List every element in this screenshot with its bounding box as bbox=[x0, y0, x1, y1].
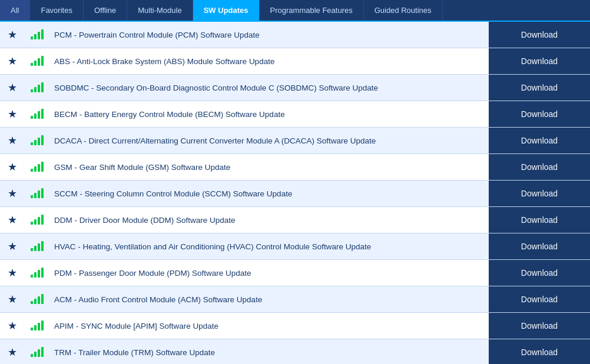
row-description: GSM - Gear Shift Module (GSM) Software U… bbox=[49, 154, 489, 181]
download-button[interactable]: Download bbox=[514, 160, 565, 174]
signal-cell bbox=[25, 128, 49, 154]
signal-bars-icon bbox=[31, 188, 44, 198]
signal-bars-icon bbox=[31, 267, 44, 278]
signal-bars-icon bbox=[31, 135, 44, 145]
download-cell: Download bbox=[489, 154, 590, 181]
download-button[interactable]: Download bbox=[514, 266, 565, 280]
row-description: SCCM - Steering Column Control Module (S… bbox=[49, 181, 489, 207]
star-icon[interactable]: ★ bbox=[8, 188, 17, 199]
row-description: ABS - Anti-Lock Brake System (ABS) Modul… bbox=[49, 48, 489, 75]
download-cell: Download bbox=[489, 339, 590, 365]
row-description: PCM - Powertrain Control Module (PCM) So… bbox=[49, 22, 489, 48]
star-icon[interactable]: ★ bbox=[8, 214, 17, 226]
signal-cell bbox=[25, 101, 49, 128]
row-description: TRM - Trailer Module (TRM) Software Upda… bbox=[49, 339, 489, 365]
signal-cell bbox=[25, 22, 49, 48]
signal-bars-icon bbox=[31, 293, 44, 304]
signal-bars-icon bbox=[31, 161, 44, 172]
download-cell: Download bbox=[489, 233, 590, 260]
signal-bars-icon bbox=[31, 241, 44, 251]
download-cell: Download bbox=[489, 181, 590, 207]
table-row: ★GSM - Gear Shift Module (GSM) Software … bbox=[0, 154, 590, 181]
download-button[interactable]: Download bbox=[514, 133, 565, 148]
row-description: HVAC - Heating, Ventilation and Air Cond… bbox=[49, 233, 489, 260]
table-row: ★ABS - Anti-Lock Brake System (ABS) Modu… bbox=[0, 48, 590, 75]
star-icon[interactable]: ★ bbox=[8, 82, 17, 93]
row-description: SOBDMC - Secondary On-Board Diagnostic C… bbox=[49, 75, 489, 101]
download-cell: Download bbox=[489, 260, 590, 286]
download-button[interactable]: Download bbox=[514, 213, 565, 227]
row-description: BECM - Battery Energy Control Module (BE… bbox=[49, 101, 489, 128]
download-button[interactable]: Download bbox=[514, 81, 565, 95]
signal-cell bbox=[25, 181, 49, 207]
star-cell: ★ bbox=[0, 75, 25, 101]
star-cell: ★ bbox=[0, 207, 25, 233]
star-icon[interactable]: ★ bbox=[8, 55, 17, 67]
star-cell: ★ bbox=[0, 128, 25, 154]
star-cell: ★ bbox=[0, 22, 25, 48]
signal-cell bbox=[25, 207, 49, 233]
star-icon[interactable]: ★ bbox=[8, 29, 17, 41]
star-icon[interactable]: ★ bbox=[8, 161, 17, 173]
row-description: APIM - SYNC Module [APIM] Software Updat… bbox=[49, 313, 489, 339]
tab-programmable-features[interactable]: Programmable Features bbox=[260, 0, 364, 21]
star-icon[interactable]: ★ bbox=[8, 293, 17, 305]
signal-bars-icon bbox=[31, 82, 44, 92]
tab-bar: AllFavoritesOfflineMulti-ModuleSW Update… bbox=[0, 0, 590, 22]
download-button[interactable]: Download bbox=[514, 186, 565, 201]
download-cell: Download bbox=[489, 286, 590, 313]
download-button[interactable]: Download bbox=[514, 292, 565, 306]
signal-cell bbox=[25, 154, 49, 181]
tab-favorites[interactable]: Favorites bbox=[30, 0, 83, 21]
row-description: PDM - Passenger Door Module (PDM) Softwa… bbox=[49, 260, 489, 286]
star-cell: ★ bbox=[0, 339, 25, 365]
tab-sw-updates[interactable]: SW Updates bbox=[193, 0, 260, 21]
star-icon[interactable]: ★ bbox=[8, 267, 17, 279]
table-row: ★BECM - Battery Energy Control Module (B… bbox=[0, 101, 590, 128]
table-row: ★ACM - Audio Front Control Module (ACM) … bbox=[0, 286, 590, 313]
row-description: ACM - Audio Front Control Module (ACM) S… bbox=[49, 286, 489, 313]
download-button[interactable]: Download bbox=[514, 345, 565, 359]
tab-all[interactable]: All bbox=[0, 0, 30, 21]
download-cell: Download bbox=[489, 48, 590, 75]
table-row: ★APIM - SYNC Module [APIM] Software Upda… bbox=[0, 313, 590, 339]
table-row: ★DDM - Driver Door Module (DDM) Software… bbox=[0, 207, 590, 233]
star-cell: ★ bbox=[0, 286, 25, 313]
signal-cell bbox=[25, 286, 49, 313]
download-button[interactable]: Download bbox=[514, 319, 565, 333]
star-icon[interactable]: ★ bbox=[8, 320, 17, 332]
tab-guided-routines[interactable]: Guided Routines bbox=[364, 0, 443, 21]
star-cell: ★ bbox=[0, 48, 25, 75]
signal-cell bbox=[25, 48, 49, 75]
signal-bars-icon bbox=[31, 346, 44, 357]
star-cell: ★ bbox=[0, 154, 25, 181]
signal-bars-icon bbox=[31, 320, 44, 330]
table-row: ★PCM - Powertrain Control Module (PCM) S… bbox=[0, 22, 590, 48]
signal-bars-icon bbox=[31, 214, 44, 225]
download-cell: Download bbox=[489, 22, 590, 48]
signal-cell bbox=[25, 75, 49, 101]
download-cell: Download bbox=[489, 101, 590, 128]
download-button[interactable]: Download bbox=[514, 107, 565, 121]
signal-cell bbox=[25, 233, 49, 260]
row-description: DDM - Driver Door Module (DDM) Software … bbox=[49, 207, 489, 233]
signal-bars-icon bbox=[31, 29, 44, 39]
signal-bars-icon bbox=[31, 108, 44, 119]
download-button[interactable]: Download bbox=[514, 28, 565, 42]
table-row: ★HVAC - Heating, Ventilation and Air Con… bbox=[0, 233, 590, 260]
download-cell: Download bbox=[489, 128, 590, 154]
content-table: ★PCM - Powertrain Control Module (PCM) S… bbox=[0, 22, 590, 364]
star-cell: ★ bbox=[0, 233, 25, 260]
star-cell: ★ bbox=[0, 313, 25, 339]
table-row: ★SOBDMC - Secondary On-Board Diagnostic … bbox=[0, 75, 590, 101]
table-row: ★TRM - Trailer Module (TRM) Software Upd… bbox=[0, 339, 590, 365]
tab-multi-module[interactable]: Multi-Module bbox=[127, 0, 193, 21]
star-icon[interactable]: ★ bbox=[8, 346, 17, 358]
tab-offline[interactable]: Offline bbox=[84, 0, 127, 21]
download-button[interactable]: Download bbox=[514, 54, 565, 68]
star-icon[interactable]: ★ bbox=[8, 135, 17, 146]
star-icon[interactable]: ★ bbox=[8, 241, 17, 252]
download-button[interactable]: Download bbox=[514, 239, 565, 253]
star-icon[interactable]: ★ bbox=[8, 108, 17, 120]
table-row: ★DCACA - Direct Current/Alternating Curr… bbox=[0, 128, 590, 154]
